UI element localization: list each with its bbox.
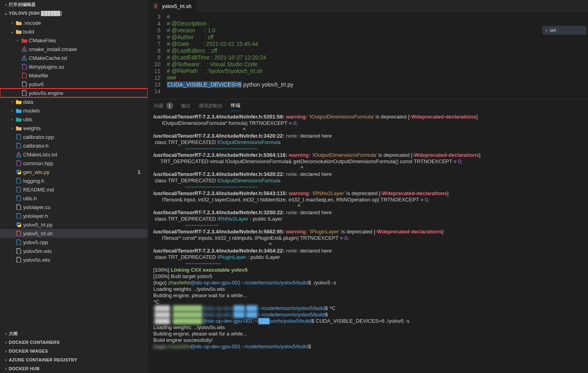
tree-item-label: README.md — [23, 187, 54, 193]
tree-item-label: utils.h — [23, 195, 37, 201]
py-icon — [15, 169, 22, 175]
tree-item-libmyplugins-so[interactable]: libmyplugins.so — [0, 62, 148, 71]
chevron-icon: › — [9, 126, 15, 130]
cmake-icon — [15, 152, 22, 157]
chevron-icon: › — [9, 99, 15, 104]
panel-docker-images[interactable]: ›DOCKER IMAGES — [0, 347, 148, 355]
file-tree[interactable]: ›.vscode⌄build›CMakeFilescmake_install.c… — [0, 18, 148, 329]
tree-item-label: models — [23, 108, 40, 114]
tree-item-models[interactable]: ›models — [0, 106, 148, 115]
panel-tab-debug[interactable]: 调试控制台 — [199, 103, 223, 109]
tree-item-label: libmyplugins.so — [29, 64, 64, 70]
panel-大纲[interactable]: ›大纲 — [0, 329, 148, 338]
panel-docker-hub[interactable]: ›DOCKER HUB — [0, 364, 148, 373]
tree-item-label: cmake_install.cmake — [29, 46, 77, 52]
tree-item-yolov5s-wts[interactable]: yolov5s.wts — [0, 255, 148, 264]
tree-item-label: data — [23, 99, 33, 105]
file-icon — [15, 204, 22, 210]
main-area: $ yolov5_trt.sh 34567891011121314 ## @De… — [148, 0, 588, 373]
tree-item-label: build — [23, 29, 34, 35]
tree-item-logging-h[interactable]: logging.h — [0, 176, 148, 185]
modified-badge: 1 — [138, 169, 145, 175]
panel-tabs: 问题1 输出 调试控制台 终端 — [148, 99, 588, 112]
tree-item-yolov5s-engine[interactable]: yolov5s.engine — [0, 89, 148, 97]
tree-item-gen-wts-py[interactable]: gen_wts.py1 — [0, 168, 148, 176]
tree-item-label: common.hpp — [23, 160, 53, 166]
tree-item-label: yolov5s.engine — [29, 90, 63, 96]
open-editors-header[interactable]: ›打开的编辑器 — [0, 0, 148, 9]
chevron-icon: › — [9, 20, 15, 25]
panel-azure-container-registry[interactable]: ›AZURE CONTAINER REGISTRY — [0, 355, 148, 364]
panel-tab-terminal[interactable]: 终端 — [231, 102, 240, 111]
chevron-icon: › — [9, 108, 15, 113]
tree-item-cmakelists-txt[interactable]: CMakeLists.txt — [0, 150, 148, 159]
tree-item-build[interactable]: ⌄build — [0, 27, 148, 36]
tree-item-yolov5-cpp[interactable]: yolov5.cpp — [0, 238, 148, 247]
file-icon — [21, 90, 28, 96]
tree-item--vscode[interactable]: ›.vscode — [0, 18, 148, 27]
tree-item-makefile[interactable]: Makefile — [0, 71, 148, 80]
py-icon — [15, 222, 22, 227]
shell-icon: $ — [152, 3, 160, 9]
code-editor[interactable]: 34567891011121314 ## @Descripttion :# @v… — [148, 12, 588, 99]
tree-item-label: yolov5_trt.py — [23, 222, 53, 228]
models-icon — [15, 108, 22, 113]
workspace-root[interactable]: ⌄YOLOV5 [SSH ██████] — [0, 9, 148, 18]
tree-item-label: .vscode — [23, 20, 41, 26]
panel-tab-problems[interactable]: 问题1 — [154, 102, 173, 109]
tree-item-yololayer-cu[interactable]: yololayer.cu — [0, 203, 148, 211]
h-icon — [15, 213, 22, 219]
file-icon — [15, 248, 22, 254]
tab-label: yolov5_trt.sh — [162, 3, 192, 9]
tab-yolov5-trt-sh[interactable]: $ yolov5_trt.sh — [148, 0, 197, 12]
h-icon — [15, 195, 22, 201]
utils-icon — [15, 116, 22, 122]
tree-item-label: yolov5m.wts — [23, 248, 52, 254]
chevron-icon: › — [9, 117, 15, 122]
chevron-icon: ⌄ — [9, 29, 15, 34]
tree-item-label: CMakeCache.txt — [29, 55, 67, 61]
terminal-output[interactable]: /usr/local/TensorRT-7.2.3.4/include/NvIn… — [148, 112, 588, 373]
make-icon — [21, 73, 28, 78]
tree-item-label: Makefile — [29, 73, 48, 79]
tree-item-yolov5-trt-sh[interactable]: yolov5_trt.sh — [0, 229, 148, 238]
tree-item-yolov5-trt-py[interactable]: yolov5_trt.py — [0, 220, 148, 229]
tree-item-label: yololayer.h — [23, 213, 48, 219]
tree-item-utils-h[interactable]: utils.h — [0, 194, 148, 203]
h-icon — [15, 143, 22, 148]
folder-icon — [15, 125, 22, 131]
hpp-icon — [15, 160, 22, 166]
explorer-sidebar: ›打开的编辑器 ⌄YOLOV5 [SSH ██████] ›.vscode⌄bu… — [0, 0, 148, 373]
tree-item-yolov5[interactable]: yolov5 — [0, 80, 148, 89]
lib-icon — [21, 64, 28, 69]
tree-item-label: gen_wts.py — [23, 169, 49, 175]
bottom-panel: 问题1 输出 调试控制台 终端 /usr/local/TensorRT-7.2.… — [148, 99, 588, 373]
minimap-hint[interactable]: ›set — [542, 26, 586, 35]
svg-text:$: $ — [154, 4, 157, 8]
tree-item-yolov5m-wts[interactable]: yolov5m.wts — [0, 247, 148, 255]
h-icon — [15, 178, 22, 184]
chevron-icon: › — [14, 38, 21, 43]
tree-item-label: yolov5_trt.sh — [23, 231, 53, 237]
tree-item-common-hpp[interactable]: common.hpp — [0, 159, 148, 168]
tree-item-label: weights — [23, 125, 41, 131]
tree-item-calibrator-h[interactable]: calibrator.h — [0, 141, 148, 150]
tree-item-weights[interactable]: ›weights — [0, 124, 148, 132]
tree-item-label: CMakeLists.txt — [23, 152, 57, 158]
cpp-icon — [15, 134, 22, 140]
tree-item-cmakecache-txt[interactable]: CMakeCache.txt — [0, 53, 148, 62]
tree-item-cmake-install-cmake[interactable]: cmake_install.cmake — [0, 45, 148, 53]
tree-item-data[interactable]: ›data — [0, 97, 148, 106]
panel-docker-containers[interactable]: ›DOCKER CONTAINERS — [0, 338, 148, 347]
tree-item-readme-md[interactable]: README.md — [0, 185, 148, 194]
folder-icon — [15, 20, 22, 26]
tree-item-label: calibrator.cpp — [23, 134, 54, 140]
db-icon — [15, 99, 22, 105]
tree-item-yololayer-h[interactable]: yololayer.h — [0, 211, 148, 220]
md-icon — [15, 187, 22, 192]
panel-tab-output[interactable]: 输出 — [181, 103, 191, 109]
tree-item-utils[interactable]: ›utils — [0, 115, 148, 124]
chevron-right-icon: › — [546, 27, 547, 34]
tree-item-calibrator-cpp[interactable]: calibrator.cpp — [0, 132, 148, 141]
tree-item-cmakefiles[interactable]: ›CMakeFiles — [0, 36, 148, 45]
